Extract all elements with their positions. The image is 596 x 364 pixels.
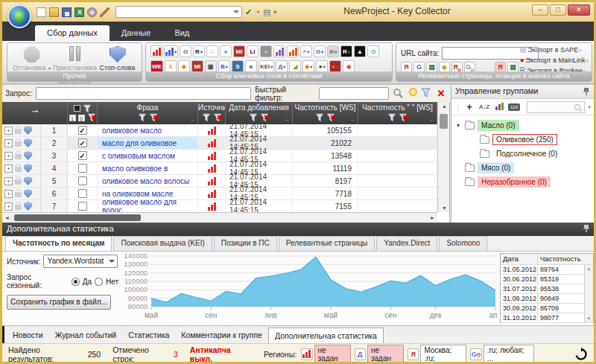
sort-color-icon[interactable] — [493, 103, 505, 112]
kei-icon[interactable]: KEI▾ — [259, 60, 274, 72]
bottom-tab-3[interactable]: Статистика — [122, 328, 175, 343]
column-header-tools[interactable]: ⇄ — [2, 102, 68, 124]
source-select[interactable]: Yandex.Wordstat — [43, 255, 118, 268]
hand2-icon[interactable]: ◆▾ — [302, 60, 314, 72]
lock-icon[interactable] — [15, 154, 22, 159]
region-badge[interactable]: Я Москва; .ru; — [408, 345, 466, 364]
lock-icon[interactable] — [15, 179, 22, 185]
clear-filter-icon[interactable]: ✕ — [435, 88, 447, 100]
group-search-input[interactable] — [527, 101, 585, 113]
purple-stats-icon[interactable] — [273, 45, 285, 57]
lock-icon[interactable] — [15, 141, 22, 147]
phrase-cell[interactable]: оливковое масло — [98, 124, 198, 136]
ribbon-tab-Вид[interactable]: Вид — [162, 25, 201, 41]
quick-filter-input[interactable] — [319, 87, 389, 100]
shield-icon[interactable] — [24, 151, 32, 160]
search-hints-icon[interactable]: ⌕▾ — [300, 45, 312, 57]
calculator-icon[interactable]: ▦ — [205, 60, 217, 72]
fire-icon[interactable]: ◐▾ — [329, 60, 341, 72]
shield-icon[interactable] — [24, 176, 32, 185]
expand-row-icon[interactable]: + — [4, 165, 13, 173]
maximize-button[interactable]: □ — [550, 4, 566, 16]
spy-icon[interactable]: ●▾ — [316, 60, 328, 72]
lock-icon[interactable] — [15, 192, 22, 197]
bottom-tab-5[interactable]: Дополнительная статистика — [268, 328, 384, 343]
clipboard-icon[interactable]: ▤ — [263, 7, 270, 17]
region-badge[interactable]: Go .ru; любая; ... — [470, 345, 534, 364]
grid-vertical-scrollbar[interactable]: ▲ ▼ — [437, 102, 449, 212]
bottom-tab-2[interactable]: Журнал событий — [49, 328, 123, 343]
pin-icon[interactable] — [583, 87, 590, 96]
new-file-icon[interactable] — [37, 7, 46, 17]
bottom-tab-4[interactable]: Комментарии к группе — [175, 328, 268, 343]
column-header-2[interactable]: Источник← — [198, 102, 226, 124]
google-hints-icon[interactable]: G▾ — [314, 45, 326, 57]
direct-icon[interactable]: Д▾ — [276, 60, 288, 72]
numbers-chip-icon[interactable]: 123 — [508, 103, 520, 111]
qat-overflow-caret-icon[interactable]: ▾ — [273, 7, 276, 17]
region-badge[interactable]: не задан — [301, 345, 350, 364]
filter-icon[interactable] — [421, 88, 433, 100]
save-project-icon[interactable] — [62, 7, 72, 17]
shield-icon[interactable] — [24, 164, 32, 173]
row-checkbox[interactable] — [78, 176, 87, 185]
group-tree-item[interactable]: ▾ Масло (0) — [454, 118, 594, 132]
gift-icon[interactable]: ◆ — [343, 60, 355, 72]
table-row[interactable]: + 1 ✓ оливковое масло 21.07.2014 14:45:1… — [2, 124, 437, 137]
seasonal-no-radio[interactable] — [95, 278, 103, 286]
export-excel-icon[interactable] — [74, 7, 84, 17]
check-icon[interactable]: ✓ — [245, 7, 252, 17]
row-checkbox[interactable]: ✓ — [78, 138, 87, 147]
rambler-icon[interactable]: R▾ — [193, 45, 205, 57]
mail-icon[interactable]: MI — [233, 45, 245, 57]
table-row[interactable]: + 5 оливковое масло волосы 21.07.2014 14… — [2, 175, 437, 188]
table-row[interactable]: + 4 масло оливковое в 21.07.2014 14:45:1… — [2, 162, 437, 175]
table-row[interactable]: + 6 на оливковом масле 21.07.2014 14:45:… — [2, 188, 437, 200]
expand-row-icon[interactable]: + — [4, 190, 13, 198]
row-checkbox[interactable] — [78, 189, 87, 198]
group-tree-item[interactable]: Неразобранное (0) — [454, 175, 594, 189]
stats-tab-4[interactable]: Релевантные страницы — [279, 236, 375, 251]
likes-icon[interactable]: ▲ — [354, 45, 366, 57]
group-tree-item[interactable]: Мясо (0) — [454, 161, 594, 175]
expand-row-icon[interactable]: + — [4, 139, 13, 147]
settings-gear-icon[interactable] — [87, 7, 97, 17]
app-logo-icon[interactable] — [7, 4, 31, 28]
seasonal-yes-radio[interactable] — [72, 278, 80, 286]
stats-tab-2[interactable]: Поисковая выдача (KEI) — [113, 236, 212, 251]
row-checkbox[interactable] — [78, 202, 87, 211]
column-header-checkbox[interactable]: 10 — [68, 102, 98, 124]
google-icon[interactable]: G — [180, 45, 191, 57]
export-link-sape-icon[interactable]: ◎Экспорт в SAPE˅ — [520, 45, 589, 54]
expand-row-icon[interactable]: + — [4, 202, 13, 211]
lock-icon[interactable] — [15, 205, 22, 210]
liveinternet-icon[interactable]: Li — [247, 45, 259, 57]
stats-tab-6[interactable]: Solomono — [439, 236, 487, 251]
waves-icon[interactable]: ≋▾ — [327, 45, 339, 57]
search-in-found-icon[interactable] — [393, 88, 405, 100]
row-checkbox[interactable] — [78, 164, 87, 173]
table-row[interactable]: + 2 ✓ масло для оливковое 21.07.2014 14:… — [2, 137, 437, 150]
phrase-cell[interactable]: масло для оливковое — [98, 137, 198, 149]
pin-icon[interactable] — [583, 224, 590, 233]
open-project-icon[interactable] — [49, 7, 59, 17]
column-header-3[interactable]: Дата добавления← — [226, 102, 293, 124]
shield-icon[interactable] — [24, 202, 32, 211]
row-checkbox[interactable]: ✓ — [78, 126, 87, 135]
mail2-icon[interactable]: MI — [191, 60, 203, 72]
group-tree-item[interactable]: Подсолнечное (0) — [469, 147, 594, 161]
shield-icon[interactable] — [24, 138, 32, 147]
expand-row-icon[interactable]: + — [4, 152, 13, 160]
query-input[interactable] — [36, 87, 251, 100]
column-header-1[interactable]: Фраза← — [98, 102, 198, 124]
minimize-button[interactable]: – — [532, 4, 548, 16]
expand-row-icon[interactable]: + — [4, 177, 13, 185]
close-button[interactable]: ✕ — [568, 4, 590, 16]
quick-search-combobox[interactable] — [115, 6, 242, 18]
dots-icon[interactable]: ∴ — [206, 45, 218, 57]
mini-table-scrollbar[interactable]: ▲▼ — [584, 265, 593, 322]
alarm-icon[interactable]: ◔ — [255, 7, 260, 17]
solomono-icon[interactable]: S — [232, 60, 244, 72]
phrase-cell[interactable]: оливковое масло для волос — [98, 200, 198, 212]
region-badge[interactable]: Д не задан — [355, 345, 404, 364]
